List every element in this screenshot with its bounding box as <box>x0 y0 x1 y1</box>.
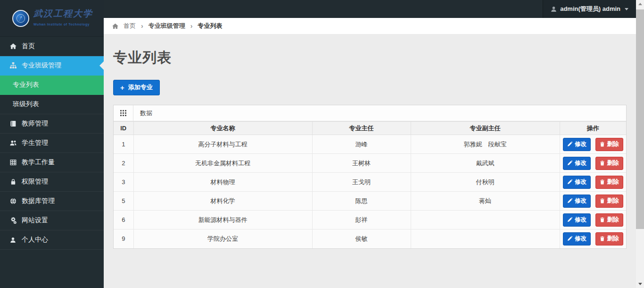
trash-icon <box>600 179 605 185</box>
sidebar-item-label: 班级列表 <box>13 100 39 109</box>
cell-director: 陈思 <box>312 192 411 211</box>
pencil-icon <box>567 142 572 147</box>
sidebar-item-student-mgmt[interactable]: 学生管理 <box>0 134 104 153</box>
cell-major-name: 学院办公室 <box>133 229 312 248</box>
cell-actions: 修改 删除 <box>560 135 626 154</box>
delete-label: 删除 <box>607 216 619 224</box>
logo-title: 武汉工程大学 <box>33 8 93 18</box>
scroll-up-button[interactable] <box>636 0 644 8</box>
delete-button[interactable]: 删除 <box>595 213 623 227</box>
scrollbar-thumb[interactable] <box>636 9 644 229</box>
caret-down-icon <box>625 8 628 10</box>
add-major-button[interactable]: + 添加专业 <box>113 80 160 95</box>
topbar: admin(管理员) admin <box>104 0 636 18</box>
sidebar-item-label: 专业班级管理 <box>22 61 61 70</box>
majors-table: ID 专业名称 专业主任 专业副主任 操作 1 高分子材料与工程 游峰 郭雅妮 … <box>114 121 626 248</box>
sidebar-item-class-list[interactable]: 班级列表 <box>0 95 104 114</box>
app-logo[interactable]: 武汉工程大学 Wuhan Institute of Technology <box>0 0 104 37</box>
cell-deputy <box>411 229 560 248</box>
edit-button[interactable]: 修改 <box>563 176 591 189</box>
delete-label: 删除 <box>607 197 619 205</box>
sidebar-nav: 首页 专业班级管理 专业列表 班级列表 教师管理 学生管理 教学工作量 权限管理 <box>0 37 104 250</box>
sidebar-item-home[interactable]: 首页 <box>0 37 104 56</box>
edit-button[interactable]: 修改 <box>563 138 591 151</box>
edit-button[interactable]: 修改 <box>563 232 591 246</box>
sidebar-item-site-settings[interactable]: 网站设置 <box>0 211 104 230</box>
cell-director: 王树林 <box>312 154 411 173</box>
table-row: 9 学院办公室 侯敏 修改 删除 <box>114 229 626 248</box>
cell-deputy <box>411 211 560 229</box>
th-grid-icon <box>114 105 133 121</box>
sidebar-item-permission-mgmt[interactable]: 权限管理 <box>0 172 104 192</box>
edit-label: 修改 <box>575 216 586 224</box>
sidebar-item-label: 学生管理 <box>22 139 48 147</box>
breadcrumb: 首页 › 专业班级管理 › 专业列表 <box>104 18 636 34</box>
sidebar-item-label: 数据库管理 <box>22 197 55 205</box>
add-major-label: 添加专业 <box>128 83 153 92</box>
breadcrumb-major-class-mgmt[interactable]: 专业班级管理 <box>149 22 185 30</box>
panel-title: 数据 <box>133 105 152 121</box>
edit-button[interactable]: 修改 <box>563 195 591 208</box>
user-label: admin(管理员) admin <box>560 5 620 13</box>
delete-button[interactable]: 删除 <box>595 138 623 151</box>
cell-id: 3 <box>114 173 133 192</box>
delete-button[interactable]: 删除 <box>595 195 623 208</box>
trash-icon <box>600 161 605 166</box>
col-header-director: 专业主任 <box>312 122 411 135</box>
table-row: 3 材料物理 王戈明 付秋明 修改 删除 <box>114 173 626 192</box>
sidebar-item-label: 教学工作量 <box>22 158 55 167</box>
logo-subtitle: Wuhan Institute of Technology <box>33 23 90 26</box>
sitemap-icon <box>9 62 17 69</box>
delete-button[interactable]: 删除 <box>595 176 623 189</box>
trash-icon <box>600 236 605 241</box>
breadcrumb-separator: › <box>141 22 143 30</box>
edit-label: 修改 <box>575 159 586 167</box>
edit-button[interactable]: 修改 <box>563 157 591 170</box>
col-header-deputy: 专业副主任 <box>411 122 560 135</box>
edit-label: 修改 <box>575 197 586 205</box>
sidebar-item-label: 个人中心 <box>22 236 48 244</box>
sidebar-item-teaching-workload[interactable]: 教学工作量 <box>0 153 104 172</box>
trash-icon <box>600 198 605 203</box>
cell-id: 1 <box>114 135 133 154</box>
cell-id: 9 <box>114 229 133 248</box>
globe-icon <box>9 198 17 205</box>
cell-id: 5 <box>114 192 133 211</box>
cell-major-name: 高分子材料与工程 <box>133 135 312 154</box>
sidebar-item-major-list[interactable]: 专业列表 <box>0 76 104 95</box>
cell-director: 侯敏 <box>312 229 411 248</box>
pencil-icon <box>567 198 572 203</box>
sidebar-item-personal-center[interactable]: 个人中心 <box>0 230 104 250</box>
breadcrumb-separator: › <box>190 22 193 30</box>
table-icon <box>9 159 17 166</box>
plus-icon: + <box>120 84 124 91</box>
pencil-icon <box>567 161 572 166</box>
sidebar-item-label: 网站设置 <box>22 216 48 225</box>
cell-id: 6 <box>114 211 133 229</box>
user-dropdown[interactable]: admin(管理员) admin <box>543 0 636 18</box>
cell-deputy: 戴武斌 <box>411 154 560 173</box>
edit-label: 修改 <box>575 235 586 243</box>
edit-button[interactable]: 修改 <box>563 213 591 227</box>
sidebar-item-label: 专业列表 <box>13 81 39 89</box>
delete-button[interactable]: 删除 <box>595 232 623 246</box>
lock-icon <box>9 178 17 186</box>
cell-actions: 修改 删除 <box>560 229 626 248</box>
arrow-up-icon <box>638 3 642 5</box>
sidebar-item-label: 权限管理 <box>22 178 48 186</box>
cell-major-name: 材料物理 <box>133 173 312 192</box>
trash-icon <box>600 217 605 222</box>
sidebar-item-database-mgmt[interactable]: 数据库管理 <box>0 192 104 211</box>
sidebar-item-label: 首页 <box>22 42 35 51</box>
home-icon[interactable] <box>112 23 118 29</box>
pencil-icon <box>567 236 572 241</box>
scrollbar <box>636 0 644 288</box>
scroll-down-button[interactable] <box>636 280 644 288</box>
cell-actions: 修改 删除 <box>560 173 626 192</box>
edit-label: 修改 <box>575 140 586 148</box>
sidebar-item-label: 教师管理 <box>22 119 48 128</box>
delete-button[interactable]: 删除 <box>595 157 623 170</box>
sidebar-item-major-class-mgmt[interactable]: 专业班级管理 <box>0 56 104 76</box>
sidebar-item-teacher-mgmt[interactable]: 教师管理 <box>0 114 104 134</box>
breadcrumb-home[interactable]: 首页 <box>124 22 136 30</box>
